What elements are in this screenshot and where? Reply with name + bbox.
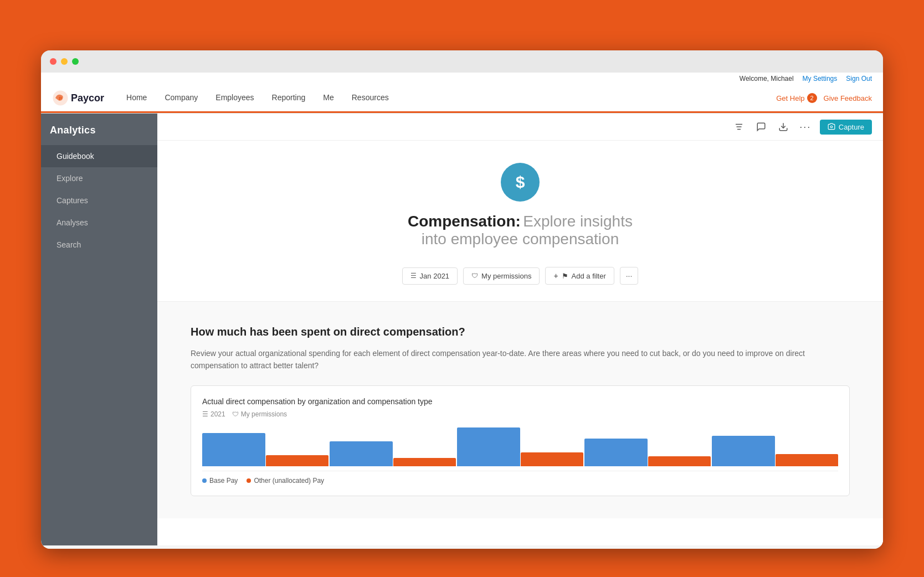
chart-year: ☰ 2021 [202,410,225,418]
nav-items: Home Company Employees Reporting Me Reso… [117,85,776,111]
calendar-small-icon: ☰ [202,410,208,418]
date-filter-label: Jan 2021 [420,272,450,280]
get-help-button[interactable]: Get Help 2 [776,93,817,103]
chart-permissions: 🛡 My permissions [232,410,287,418]
section-heading: How much has been spent on direct compen… [191,324,850,339]
legend-dot-orange [247,478,251,483]
nav-reporting[interactable]: Reporting [263,85,315,111]
add-filter-label: Add a filter [572,272,606,280]
nav-me[interactable]: Me [314,85,342,111]
top-bar: Welcome, Michael My Settings Sign Out P … [41,73,883,114]
chart-bar-group [330,441,456,466]
browser-dot-yellow [61,58,68,65]
capture-label: Capture [839,123,864,131]
bar-blue [712,436,775,466]
add-filter-button[interactable]: + ⚑ Add a filter [545,267,614,285]
permissions-filter-button[interactable]: 🛡 My permissions [463,267,540,285]
filter-icon[interactable] [731,119,747,135]
date-filter-button[interactable]: ☰ Jan 2021 [402,267,458,285]
content-body: How much has been spent on direct compen… [157,302,883,518]
browser-dot-green [72,58,79,65]
more-filters-button[interactable]: ··· [620,267,639,285]
orange-bar [41,111,883,113]
chart-legend: Base Pay Other (unallocated) Pay [202,477,838,485]
legend-other-pay: Other (unallocated) Pay [247,477,324,485]
bar-orange [521,452,584,466]
hero-icon-symbol: $ [516,173,525,192]
chart-bar-group [712,436,838,466]
download-icon[interactable] [776,119,791,135]
bar-orange [393,458,456,466]
paycor-logo[interactable]: P Paycor [52,90,104,106]
chart-bar-group [202,433,328,466]
chart-card: Actual direct compensation by organizati… [191,385,850,496]
sidebar-item-explore[interactable]: Explore [41,167,157,189]
top-bar-actions: Get Help 2 Give Feedback [776,93,872,103]
calendar-icon: ☰ [410,272,417,280]
content-area: ··· Capture $ Compensation: Explore insi… [157,114,883,545]
sidebar-title: Analytics [41,114,157,145]
logo-text: Paycor [71,92,104,104]
filter-icon-small: ⚑ [562,272,568,280]
sidebar: Analytics Guidebook Explore Captures Ana… [41,114,157,545]
sidebar-item-analyses[interactable]: Analyses [41,212,157,234]
hero-title-bold: Compensation: [408,213,521,230]
nav-resources[interactable]: Resources [343,85,398,111]
hero-section: $ Compensation: Explore insights into em… [157,141,883,302]
chart-area [202,427,838,471]
content-toolbar: ··· Capture [157,114,883,141]
chart-card-title: Actual direct compensation by organizati… [202,397,838,406]
capture-button[interactable]: Capture [820,120,872,135]
hero-title-light: Explore insights [523,213,633,230]
bar-blue [330,441,393,466]
legend-dot-blue [202,478,207,483]
bar-orange [266,455,329,466]
nav-company[interactable]: Company [156,85,207,111]
hero-title: Compensation: Explore insights into empl… [408,213,633,248]
help-badge: 2 [807,93,817,103]
chart-bar-group [584,439,711,466]
more-icon[interactable]: ··· [798,119,813,135]
browser-dot-red [50,58,57,65]
bar-blue [202,433,265,466]
sidebar-item-search[interactable]: Search [41,234,157,256]
signout-link[interactable]: Sign Out [846,75,872,83]
shield-small-icon: 🛡 [232,410,239,418]
bar-orange [776,454,839,466]
nav-home[interactable]: Home [117,85,156,111]
shield-icon: 🛡 [471,272,478,280]
main-layout: Analytics Guidebook Explore Captures Ana… [41,114,883,545]
hero-filters: ☰ Jan 2021 🛡 My permissions + ⚑ Add a fi… [402,267,639,285]
get-help-label: Get Help [776,94,804,102]
settings-link[interactable]: My Settings [803,75,838,83]
section-desc: Review your actual organizational spendi… [191,347,850,372]
welcome-text: Welcome, Michael [740,75,794,83]
legend-base-pay: Base Pay [202,477,238,485]
chat-icon[interactable] [753,119,769,135]
hero-subtitle: into employee compensation [422,230,619,248]
nav-employees[interactable]: Employees [207,85,263,111]
bar-blue [457,427,520,466]
bar-blue [584,439,648,466]
sidebar-item-guidebook[interactable]: Guidebook [41,145,157,167]
permissions-filter-label: My permissions [481,272,531,280]
feedback-link[interactable]: Give Feedback [824,94,872,102]
plus-icon: + [553,271,558,280]
chart-bar-group [457,427,583,466]
legend-other-pay-label: Other (unallocated) Pay [254,477,324,485]
legend-base-pay-label: Base Pay [209,477,238,485]
chart-card-meta: ☰ 2021 🛡 My permissions [202,410,838,418]
hero-icon: $ [501,163,540,202]
sidebar-item-captures[interactable]: Captures [41,189,157,212]
svg-point-6 [830,126,833,128]
bar-orange [648,456,711,466]
